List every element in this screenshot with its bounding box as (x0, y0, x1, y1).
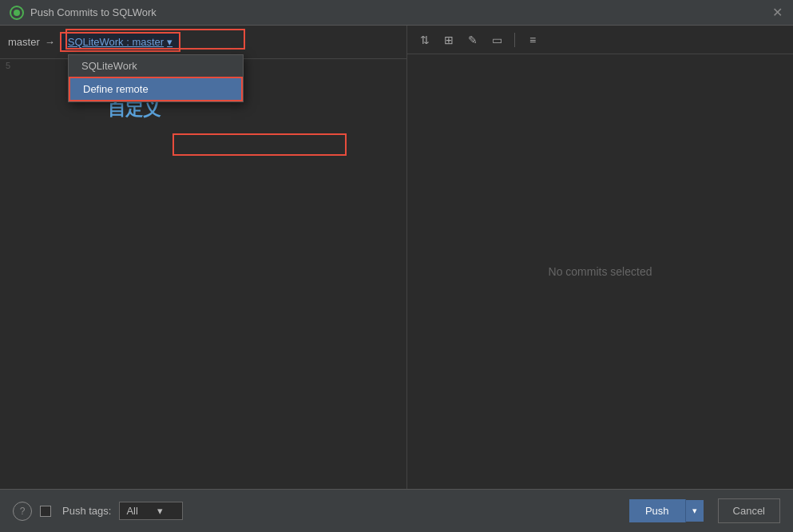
close-button[interactable]: ✕ (769, 5, 785, 21)
grid-icon[interactable]: ⊞ (439, 30, 458, 50)
tags-dropdown[interactable]: All ▾ (119, 502, 183, 520)
push-button-group: Push ▾ (629, 499, 704, 522)
left-panel: master → SQLiteWork : master ▾ SQLiteWor… (0, 26, 407, 489)
dropdown-item-define-remote[interactable]: Define remote (69, 77, 243, 101)
edit-icon[interactable]: ✎ (463, 30, 482, 50)
dropdown-item-sqlitework[interactable]: SQLiteWork (69, 55, 243, 77)
no-commits-message: No commits selected (407, 54, 793, 489)
branch-arrow: → (45, 36, 55, 48)
dropdown-popup: SQLiteWork Define remote (68, 54, 244, 102)
menu-icon[interactable]: ≡ (523, 30, 542, 50)
help-button[interactable]: ? (13, 502, 32, 521)
line-numbers: 5 (0, 54, 14, 77)
svg-point-1 (14, 10, 20, 16)
tags-chevron-icon: ▾ (157, 505, 163, 517)
cancel-button[interactable]: Cancel (718, 498, 780, 523)
push-pull-icon[interactable]: ⇅ (415, 30, 434, 50)
title-bar: Push Commits to SQLWork ✕ (0, 0, 793, 26)
toolbar-divider (514, 33, 515, 47)
view-icon[interactable]: ▭ (487, 30, 506, 50)
bottom-bar: ? Push tags: All ▾ Push ▾ Cancel (0, 489, 793, 532)
tags-dropdown-value: All (126, 505, 137, 517)
dialog-title: Push Commits to SQLWork (30, 6, 783, 18)
toolbar: ⇅ ⊞ ✎ ▭ ≡ (407, 26, 793, 54)
right-panel: ⇅ ⊞ ✎ ▭ ≡ No commits selected (407, 26, 793, 489)
annotation-box-2 (172, 133, 347, 156)
no-commits-text: No commits selected (549, 265, 652, 278)
master-label: master (8, 36, 40, 48)
app-icon (10, 6, 24, 20)
chevron-down-icon: ▾ (167, 36, 172, 48)
branch-dropdown[interactable]: SQLiteWork : master ▾ (60, 32, 180, 52)
main-content: master → SQLiteWork : master ▾ SQLiteWor… (0, 26, 793, 489)
line-num-5: 5 (2, 58, 13, 73)
push-button[interactable]: Push (629, 499, 686, 522)
push-tags-checkbox-wrapper[interactable]: Push tags: (40, 505, 111, 517)
push-tags-checkbox[interactable] (40, 506, 51, 517)
push-dropdown-button[interactable]: ▾ (686, 500, 704, 522)
push-tags-label: Push tags: (62, 505, 111, 517)
branch-dropdown-text: SQLiteWork : master (68, 36, 164, 48)
